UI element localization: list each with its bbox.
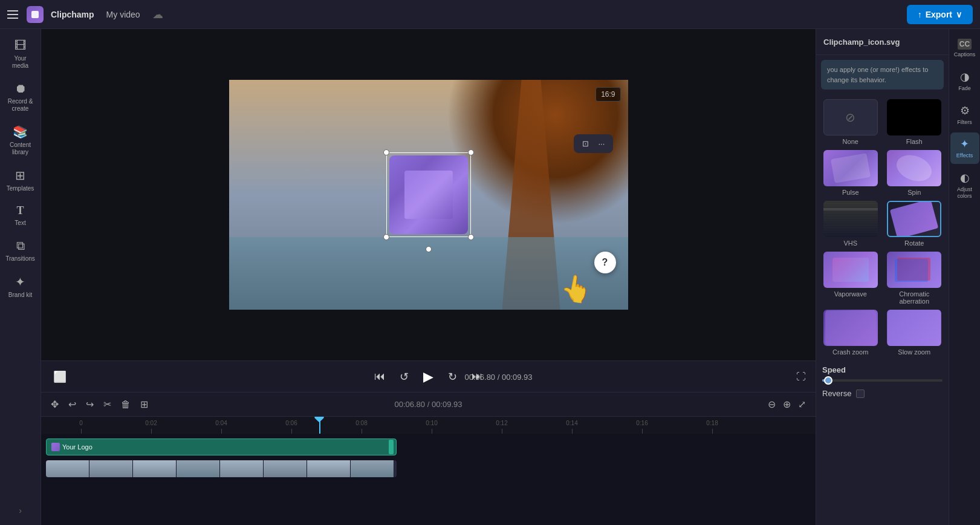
timeline-ruler: 0 0:02 0:04 0:06 0:08 0:10 0:12 0:14 0:1… [41,417,816,434]
aspect-ratio-badge: 16:9 [595,87,620,102]
sidebar-item-transitions[interactable]: ⧉ Transitions [2,234,39,267]
selected-element[interactable] [386,152,471,237]
far-right-filters[interactable]: ⚙ Filters [950,99,979,131]
center-area: ⊞ ⊡ ··· 16:9 [41,29,816,525]
sidebar-item-record[interactable]: ⏺ Record &create [2,77,39,117]
topbar-left: Clipchamp My video ☁ [7,6,163,23]
far-right-captions[interactable]: CC Captions [950,34,979,63]
play-button[interactable]: ▶ [421,367,436,387]
ruler-mark-0: 0 [46,420,116,434]
right-panel: Clipchamp_icon.svg you apply one (or mor… [816,29,949,525]
reverse-checkbox[interactable] [856,390,865,398]
speed-slider-track[interactable] [822,379,943,382]
sidebar-item-text[interactable]: T Text [2,200,39,232]
handle-top-right[interactable] [468,149,474,155]
cut-button[interactable]: ✂ [101,396,114,412]
ruler-mark-3: 0:06 [256,420,326,434]
timeline-tracks: Your Logo [41,434,816,525]
speed-slider-thumb[interactable] [824,376,832,385]
help-button[interactable]: ? [594,252,616,273]
svg-rect-0 [31,11,39,18]
effect-none[interactable]: ⊘ None [821,99,880,145]
sidebar-item-brand[interactable]: ✦ Brand kit [2,270,39,304]
sidebar-expand-chevron[interactable]: › [19,506,22,515]
sidebar-item-templates[interactable]: ⊞ Templates [2,163,39,197]
add-media-button[interactable]: ⊞ [138,396,151,412]
undo-button[interactable]: ↩ [66,396,79,412]
video-clip[interactable] [46,460,397,477]
fade-label: Fade [958,85,971,92]
hamburger-menu[interactable] [7,8,19,21]
slow-zoom-visual [888,310,941,346]
far-right-fade[interactable]: ◑ Fade [950,65,979,97]
video-title[interactable]: My video [102,7,145,22]
ruler-mark-5: 0:10 [397,420,467,434]
effect-slow-zoom-label: Slow zoom [898,348,930,356]
handle-bottom-left[interactable] [383,234,389,240]
clip-right-handle[interactable] [389,440,394,454]
effect-pulse[interactable]: Pulse [821,150,880,196]
zoom-out-button[interactable]: ⊖ [765,396,778,412]
sidebar-item-content-label: Content library [5,142,36,156]
crash-zoom-visual [825,310,876,345]
effect-rotate[interactable]: Rotate [885,201,944,247]
far-right-effects[interactable]: ✦ Effects [950,132,979,164]
filters-label: Filters [957,119,972,126]
effect-vaporwave[interactable]: Vaporwave [821,252,880,305]
skip-back-button[interactable]: ⏮ [372,368,388,385]
delete-button[interactable]: 🗑 [118,397,133,412]
zoom-in-button[interactable]: ⊕ [780,396,793,412]
effects-label: Effects [956,152,973,159]
logo-clip-label: Your Logo [62,443,92,451]
redo-button[interactable]: ↪ [83,396,96,412]
effect-slow-zoom[interactable]: Slow zoom [885,310,944,356]
adjust-colors-icon: ◐ [960,171,970,184]
preview-area: ⊞ ⊡ ··· 16:9 [41,29,816,360]
handle-top-left[interactable] [383,149,389,155]
export-button[interactable]: ↑ Export ∨ [907,5,973,24]
export-chevron-icon: ∨ [956,10,962,19]
fit-timeline-button[interactable]: ⤢ [796,396,808,412]
handle-rotate[interactable] [426,246,432,252]
effect-vaporwave-label: Vaporwave [834,290,867,298]
handle-bottom-right[interactable] [468,234,474,240]
effect-spin[interactable]: Spin [885,150,944,196]
playhead[interactable] [319,417,320,434]
far-right-adjust[interactable]: ◐ Adjust colors [950,166,979,204]
fullscreen-button[interactable]: ⛶ [796,371,806,382]
effect-spin-label: Spin [907,189,921,196]
sidebar-item-text-label: Text [15,220,25,227]
resize-button[interactable]: ⊡ [580,138,591,149]
fast-forward-button[interactable]: ↻ [446,368,459,386]
logo-track-row: Your Logo [41,436,816,458]
none-icon: ⊘ [845,110,855,125]
far-right-panel: CC Captions ◑ Fade ⚙ Filters ✦ Effects ◐… [949,29,980,525]
export-icon: ↑ [918,10,922,19]
sidebar-item-media[interactable]: 🎞 Your media [2,34,39,74]
video-frame-5 [220,460,264,477]
topbar: Clipchamp My video ☁ ↑ Export ∨ [0,0,980,29]
pulse-visual [831,153,871,183]
effect-flash[interactable]: Flash [885,99,944,145]
spin-visual [893,151,935,186]
sidebar-item-templates-label: Templates [7,185,34,192]
effect-crash-zoom[interactable]: Crash zoom [821,310,880,356]
sidebar-item-content[interactable]: 📚 Content library [2,120,39,161]
select-tool-button[interactable]: ✥ [48,396,61,412]
effect-vhs[interactable]: VHS [821,201,880,247]
effect-crash-zoom-thumb [823,310,878,346]
effects-tooltip: you apply one (or more!) effects to chan… [821,60,944,90]
ruler-mark-1: 0:02 [116,420,186,434]
effect-chromatic[interactable]: Chromatic aberration [885,252,944,305]
logo-clip[interactable]: Your Logo [46,439,397,455]
video-frame-8 [351,460,394,477]
vhs-lines [823,201,878,237]
cloud-icon[interactable]: ☁ [152,8,163,21]
rewind-button[interactable]: ↺ [397,368,411,386]
right-panel-header: Clipchamp_icon.svg [816,29,949,55]
more-options-button[interactable]: ··· [596,138,608,149]
video-frame-3 [133,460,177,477]
effect-chromatic-label: Chromatic aberration [885,290,944,305]
subtitles-toggle[interactable]: ⬜ [51,368,69,386]
filters-icon: ⚙ [960,104,970,117]
